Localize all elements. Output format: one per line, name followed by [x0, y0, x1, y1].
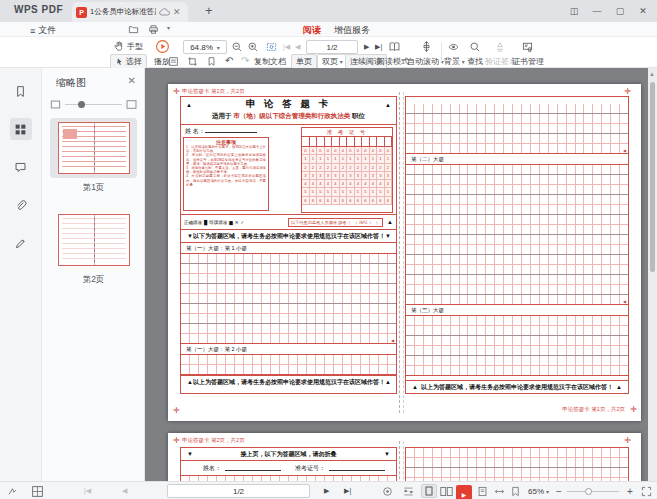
select-tool-button[interactable]: 选择 — [110, 54, 147, 69]
eye-protect-icon[interactable] — [382, 482, 393, 499]
fullscreen-icon[interactable] — [641, 482, 652, 499]
zoom-slider[interactable] — [567, 482, 619, 499]
verify-signature-icon — [494, 41, 506, 53]
bookmark-flag-icon[interactable] — [510, 482, 521, 499]
read-mode-icon[interactable] — [388, 40, 401, 53]
last-page-button[interactable]: ▶| — [344, 482, 351, 499]
close-icon[interactable]: ✕ — [637, 6, 649, 16]
outline-icon[interactable] — [168, 56, 179, 67]
play-icon — [155, 39, 170, 54]
print-icon[interactable] — [148, 24, 159, 35]
page-thumbnail-1[interactable]: 第1页 — [50, 118, 137, 194]
comments-panel-icon[interactable] — [10, 156, 32, 178]
maximize-icon[interactable]: ▢ — [614, 6, 626, 16]
thumbnail-zoom-slider[interactable] — [50, 98, 137, 110]
single-page-view-icon[interactable] — [421, 484, 437, 498]
pdf-file-icon: P — [76, 7, 87, 18]
app-name: WPS PDF — [14, 4, 63, 15]
panel-close-icon[interactable]: ✕ — [128, 75, 136, 86]
scrollbar-thumb[interactable] — [650, 82, 655, 272]
document-tab[interactable]: P 1公务员申论标准答题纸(彩色/ ✕ — [72, 2, 188, 22]
page-thumbnail-2[interactable]: 第2页 — [50, 210, 137, 286]
certificate-icon[interactable] — [521, 41, 534, 53]
thumbnail-caption-1: 第1页 — [50, 182, 137, 194]
question-1b-header: 第（一）大题：第 2 小题 — [181, 344, 396, 355]
undo-icon[interactable]: ↶ — [225, 55, 233, 66]
read-mode-label[interactable]: 阅读模式 — [377, 56, 409, 67]
question-1-header: 第（一）大题：第 1 小题 — [181, 243, 396, 254]
next-page-button[interactable]: ▶ — [324, 482, 329, 499]
window-controls: ◫ — ▢ ✕ — [568, 0, 649, 22]
workspace-icon[interactable]: ◫ — [568, 6, 580, 16]
tab-close-icon[interactable]: ✕ — [173, 7, 181, 17]
minimize-icon[interactable]: — — [591, 6, 603, 16]
vertical-scrollbar[interactable]: ▲ — [648, 68, 657, 481]
redo-icon[interactable]: ↷ — [241, 55, 249, 66]
zoom-out-button[interactable] — [231, 41, 243, 53]
zoom-select[interactable]: 64.8%▾ — [183, 40, 227, 54]
bookmarks-panel-icon[interactable] — [10, 80, 32, 102]
attachments-panel-icon[interactable] — [10, 194, 32, 216]
first-page-button[interactable]: |◀ — [283, 43, 290, 51]
chevron-down-icon[interactable]: ▾ — [546, 482, 549, 499]
file-menu[interactable]: ≡ 文件 — [30, 24, 56, 37]
scroll-up-icon[interactable]: ▲ — [649, 71, 655, 77]
snapshot-icon[interactable] — [265, 41, 278, 53]
crop-icon[interactable] — [187, 56, 198, 67]
two-page-view-icon[interactable] — [440, 482, 453, 499]
hand-tool-button[interactable]: 手型 — [113, 40, 143, 52]
ticket-write-grid — [302, 137, 392, 147]
fit-width-icon[interactable] — [494, 482, 505, 499]
page-number-input[interactable]: 1/2 — [306, 40, 358, 54]
page1-footer-label: 申论答题卡 第1页，共2页 — [562, 406, 625, 413]
signature-panel-icon[interactable] — [10, 232, 32, 254]
save-dropdown-icon[interactable]: ▾ — [167, 24, 170, 31]
find-icon[interactable] — [469, 41, 481, 53]
zoom-out-button[interactable]: − — [556, 482, 562, 499]
two-page-button[interactable]: 双页 ▾ — [317, 54, 348, 69]
fold-line — [403, 92, 404, 413]
copy-document-button[interactable]: 复制文档 — [252, 55, 288, 68]
zoom-slider-track[interactable] — [567, 491, 619, 492]
thumbnail-image-2 — [58, 214, 130, 266]
first-page-button[interactable]: |◀ — [84, 482, 91, 499]
zoom-percent-label[interactable]: 65% — [528, 482, 544, 499]
fold-line — [403, 441, 404, 481]
zoom-in-button[interactable]: + — [627, 482, 633, 499]
up-triangle-icon: ▲ — [186, 102, 192, 108]
answer-area-banner-top: ▼ 以下为答题区域，请考生务必按照申论要求使用规范汉字在该区域作答！ ▼ — [181, 230, 396, 243]
page-overview-icon[interactable] — [31, 482, 44, 499]
down-triangle-icon: ▼ — [385, 233, 391, 239]
document-viewport[interactable]: ✛ 申论答题卡 第1页，共2页 ✛ ✛ 申论答题卡 第1页，共2页 ✛ ▲ 申 … — [145, 68, 657, 481]
fit-page-icon[interactable] — [477, 482, 488, 499]
page-number-input[interactable]: 1/2 — [167, 484, 310, 498]
play-button[interactable] — [155, 39, 170, 54]
thumbnails-panel-icon[interactable] — [10, 118, 32, 140]
new-tab-button[interactable]: + — [205, 3, 213, 18]
sidebar-toggle-icon[interactable] — [7, 482, 18, 499]
zoom-in-button[interactable] — [247, 41, 259, 53]
slider-track[interactable] — [65, 104, 122, 105]
auto-scroll-label[interactable]: 自动滚动 ▾ — [407, 56, 444, 67]
prev-page-button[interactable]: ◀ — [122, 482, 127, 499]
open-file-icon[interactable] — [128, 24, 139, 35]
auto-scroll-icon[interactable] — [420, 40, 433, 53]
background-icon[interactable] — [447, 41, 460, 53]
fit-window-icon[interactable] — [403, 482, 414, 499]
prev-page-button[interactable]: ◀ — [295, 43, 300, 51]
ticket-blank-line — [329, 465, 385, 471]
hand-icon — [113, 40, 125, 52]
bookmark-add-icon[interactable] — [206, 56, 217, 67]
last-page-button[interactable]: ▶| — [375, 43, 382, 51]
chevron-down-icon: ▾ — [460, 59, 465, 65]
find-label[interactable]: 查找 — [467, 56, 483, 67]
wps-pdf-window: WPS PDF P 1公务员申论标准答题纸(彩色/ ✕ + ◫ — ▢ ✕ ≡ … — [0, 0, 657, 499]
single-page-button[interactable]: 单页 — [291, 54, 317, 69]
play-slideshow-button[interactable]: ▶ — [456, 485, 472, 499]
slider-handle[interactable] — [78, 101, 85, 108]
next-page-button[interactable]: ▶ — [364, 43, 369, 51]
zoom-slider-handle[interactable] — [585, 488, 592, 495]
titlebar: WPS PDF P 1公务员申论标准答题纸(彩色/ ✕ + ◫ — ▢ ✕ — [0, 0, 657, 22]
certificate-label[interactable]: 证书管理 — [512, 56, 544, 67]
background-label[interactable]: 背景 ▾ — [444, 56, 465, 67]
